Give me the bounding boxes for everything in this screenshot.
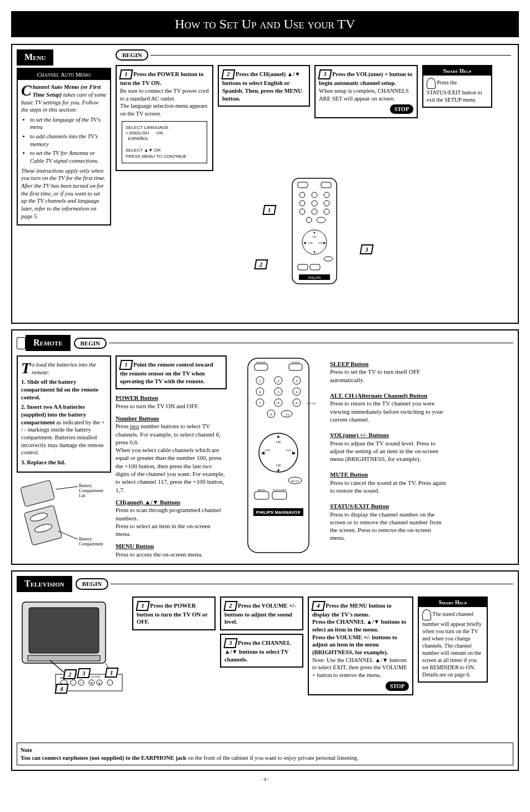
svg-rect-84 xyxy=(29,608,99,653)
remote-diagram-menu: ▲▼ ◀▶ CH-VOLVOL+ PHILIPS 1 2 3 xyxy=(116,176,513,318)
svg-text:7: 7 xyxy=(259,401,261,405)
bulb-icon xyxy=(422,609,431,620)
tv-diagram: MENU − + VOLUME ▼ ▲ CHANNEL POWER 1 2 3 … xyxy=(17,597,128,738)
svg-text:5: 5 xyxy=(277,390,279,394)
svg-text:9: 9 xyxy=(296,401,298,405)
svg-text:◀: ◀ xyxy=(303,241,306,244)
svg-text:Battery: Battery xyxy=(79,483,92,488)
svg-text:Lid: Lid xyxy=(79,493,85,498)
svg-text:Compartment: Compartment xyxy=(79,542,104,547)
remote-large-diagram: POWER SLEEP 1 2 3 4 5 6 7 8 9 ALT CH 0 +… xyxy=(231,355,326,555)
tv-step1: 1Press the POWER button to turn the TV O… xyxy=(132,597,216,630)
svg-text:ALT CH: ALT CH xyxy=(306,402,316,405)
svg-text:CH: CH xyxy=(276,440,281,444)
svg-text:6: 6 xyxy=(296,390,298,394)
stop-badge: STOP xyxy=(386,681,409,691)
menu-section: Menu Channel Auto Memo Channel Auto Memo… xyxy=(11,44,519,324)
channel-auto-memo-box: Channel Auto Memo Channel Auto Memo (or … xyxy=(17,68,111,225)
svg-text:PHILIPS MAGNAVOX: PHILIPS MAGNAVOX xyxy=(256,510,301,515)
svg-text:1: 1 xyxy=(259,379,261,383)
svg-text:8: 8 xyxy=(277,401,279,405)
svg-text:POWER: POWER xyxy=(256,361,266,364)
battery-box: To load the batteries into the remote: 1… xyxy=(17,355,111,473)
svg-text:▼: ▼ xyxy=(276,468,281,473)
svg-text:Compartment: Compartment xyxy=(79,488,104,493)
tv-step2: 2Press the VOLUME +/- buttons to adjust … xyxy=(220,597,303,630)
svg-text:CH: CH xyxy=(313,235,317,238)
smart-help-tv: Smart Help The tuned channel number will… xyxy=(418,597,488,683)
svg-text:4: 4 xyxy=(259,390,261,394)
svg-text:- VOL: - VOL xyxy=(263,449,271,452)
svg-text:VOL+: VOL+ xyxy=(318,242,324,244)
svg-text:+100: +100 xyxy=(284,413,290,416)
remote-header: Remote xyxy=(26,335,71,351)
svg-line-31 xyxy=(56,487,78,489)
battery-diagram: BatteryCompartmentLid BatteryCompartment xyxy=(17,473,106,556)
tv-step4: 4Press the MENU button to display the TV… xyxy=(308,597,413,695)
svg-text:2: 2 xyxy=(277,379,279,383)
menu-header: Menu xyxy=(17,49,53,66)
television-section: Television BEGIN MENU − + VOLUME ▼ ▲ CHA… xyxy=(11,570,519,771)
svg-text:-VOL: -VOL xyxy=(308,242,313,244)
svg-text:SLEEP: SLEEP xyxy=(292,361,300,364)
menu-step2: 2Press the CH(annel) ▲/▼ buttons to sele… xyxy=(218,65,310,107)
svg-text:MUTE: MUTE xyxy=(291,480,299,483)
bulb-icon xyxy=(427,78,436,89)
begin-badge: BEGIN xyxy=(116,49,148,61)
smart-help-menu: Smart Help Press the STATUS/EXIT button … xyxy=(422,65,492,108)
remote-icon xyxy=(17,337,26,349)
tv-step3: 3Press the CHANNEL ▲/▼ buttons to select… xyxy=(220,634,303,668)
svg-text:MENU: MENU xyxy=(258,489,266,492)
svg-rect-27 xyxy=(21,480,55,507)
menu-step1: 1Press the POWER button to turn the TV O… xyxy=(116,65,213,171)
page-title: How to Set Up and Use your TV xyxy=(11,11,519,37)
svg-text:STATUS/EXIT: STATUS/EXIT xyxy=(273,489,287,492)
svg-text:3: 3 xyxy=(296,379,298,383)
svg-text:▲: ▲ xyxy=(276,434,281,439)
stop-badge: STOP xyxy=(390,104,413,114)
svg-text:Battery: Battery xyxy=(79,537,92,542)
tv-header: Television xyxy=(17,576,72,592)
svg-text:0: 0 xyxy=(270,412,272,417)
remote-section: Remote BEGIN To load the batteries into … xyxy=(11,329,519,565)
begin-badge: BEGIN xyxy=(74,338,107,349)
svg-text:PHILIPS: PHILIPS xyxy=(308,276,321,279)
earphone-note: Note You can connect earphones (not supp… xyxy=(17,743,513,765)
menu-step3: 3Press the VOL(ume) + button to begin au… xyxy=(314,65,418,118)
svg-text:VOL +: VOL + xyxy=(286,449,293,452)
begin-badge: BEGIN xyxy=(76,578,108,589)
svg-text:CH: CH xyxy=(276,464,281,467)
svg-text:▲: ▲ xyxy=(313,230,316,234)
svg-rect-85 xyxy=(28,655,100,661)
remote-step1: 1Point the remote control toward the rem… xyxy=(116,355,227,389)
page-number: - 4 - xyxy=(11,776,519,783)
language-screen: SELECT LANGUAGE > ENGLISH ON ESPAÑOL SEL… xyxy=(122,121,207,163)
